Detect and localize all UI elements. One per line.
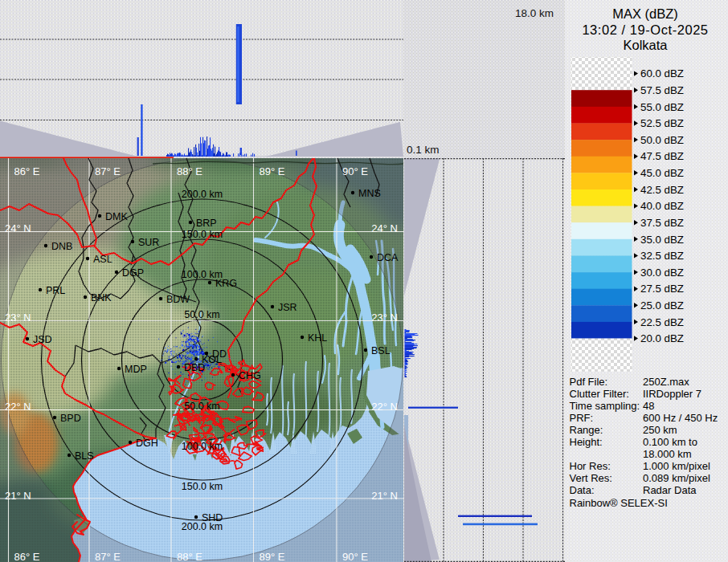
svg-text:50.0 dBZ: 50.0 dBZ	[640, 134, 684, 146]
svg-text:1.000 km/pixel: 1.000 km/pixel	[643, 460, 710, 472]
svg-text:20.0 dBZ: 20.0 dBZ	[640, 332, 684, 344]
svg-text:Data:: Data:	[570, 484, 595, 496]
svg-text:IIRDoppler 7: IIRDoppler 7	[643, 388, 701, 400]
svg-text:30.0 dBZ: 30.0 dBZ	[640, 267, 684, 279]
svg-text:KRG: KRG	[215, 278, 237, 289]
svg-text:23° N: 23° N	[371, 312, 398, 324]
svg-text:Hor Res:: Hor Res:	[570, 460, 611, 472]
svg-text:SUR: SUR	[138, 237, 159, 248]
svg-text:21° N: 21° N	[371, 490, 398, 502]
svg-text:90° E: 90° E	[342, 551, 368, 562]
svg-text:0.1 km: 0.1 km	[407, 144, 440, 156]
svg-text:21° N: 21° N	[5, 490, 31, 502]
svg-text:23° N: 23° N	[5, 312, 31, 324]
svg-text:PRF:: PRF:	[570, 412, 594, 424]
svg-text:22.5 dBZ: 22.5 dBZ	[640, 316, 684, 328]
svg-text:DMK: DMK	[105, 211, 128, 222]
svg-text:13:02 / 19-Oct-2025: 13:02 / 19-Oct-2025	[582, 22, 708, 37]
svg-text:ASL: ASL	[93, 254, 112, 265]
svg-text:27.5 dBZ: 27.5 dBZ	[640, 283, 684, 295]
svg-text:90° E: 90° E	[342, 165, 368, 177]
svg-text:88° E: 88° E	[177, 165, 202, 177]
svg-text:88° E: 88° E	[177, 551, 202, 562]
svg-text:89° E: 89° E	[260, 165, 285, 177]
svg-text:DCA: DCA	[377, 252, 399, 263]
svg-text:57.5 dBZ: 57.5 dBZ	[640, 84, 684, 96]
svg-text:25.0 dBZ: 25.0 dBZ	[640, 299, 684, 312]
svg-text:Time sampling:: Time sampling:	[570, 400, 640, 412]
svg-text:Rainbow® SELEX-SI: Rainbow® SELEX-SI	[570, 497, 668, 509]
svg-text:DNB: DNB	[51, 241, 72, 252]
svg-text:Vert Res:: Vert Res:	[570, 472, 612, 484]
svg-text:CHG: CHG	[239, 370, 261, 381]
svg-text:24° N: 24° N	[371, 222, 398, 234]
svg-text:JSR: JSR	[278, 302, 297, 313]
svg-text:BSL: BSL	[371, 345, 391, 356]
svg-text:BLS: BLS	[75, 450, 94, 462]
svg-text:KHL: KHL	[308, 332, 327, 344]
svg-text:Clutter Filter:: Clutter Filter:	[570, 388, 629, 400]
svg-text:250 km: 250 km	[643, 424, 677, 436]
svg-text:JSD: JSD	[33, 334, 52, 345]
svg-text:DBD: DBD	[184, 362, 205, 373]
svg-text:0.100 km to: 0.100 km to	[643, 436, 697, 448]
svg-text:Range:: Range:	[570, 424, 603, 436]
svg-text:22° N: 22° N	[371, 401, 398, 413]
svg-text:40.0 dBZ: 40.0 dBZ	[640, 200, 684, 212]
svg-text:BNK: BNK	[91, 292, 112, 303]
svg-text:60.0 dBZ: 60.0 dBZ	[640, 67, 684, 79]
svg-text:0.089 km/pixel: 0.089 km/pixel	[643, 472, 710, 484]
svg-text:87° E: 87° E	[95, 165, 121, 177]
svg-text:Pdf File:: Pdf File:	[570, 376, 608, 388]
svg-text:200.0 km: 200.0 km	[182, 189, 223, 200]
svg-text:87° E: 87° E	[95, 551, 121, 562]
svg-text:18.0 km: 18.0 km	[515, 7, 554, 19]
svg-text:50.0 km: 50.0 km	[184, 309, 219, 320]
svg-text:45.0 dBZ: 45.0 dBZ	[640, 167, 684, 179]
svg-text:52.5 dBZ: 52.5 dBZ	[640, 117, 684, 129]
svg-text:Kolkata: Kolkata	[623, 38, 668, 52]
svg-text:42.5 dBZ: 42.5 dBZ	[640, 184, 684, 196]
svg-text:BRP: BRP	[196, 218, 217, 229]
svg-text:BPD: BPD	[60, 413, 81, 424]
svg-text:SHD: SHD	[202, 512, 223, 523]
svg-text:MAX (dBZ): MAX (dBZ)	[612, 6, 678, 21]
svg-text:100.0 km: 100.0 km	[182, 441, 223, 452]
svg-text:DGP: DGP	[122, 267, 144, 279]
svg-text:BDW: BDW	[166, 294, 190, 305]
svg-text:48: 48	[643, 400, 654, 412]
svg-text:18.000 km: 18.000 km	[643, 448, 692, 460]
svg-text:MNS: MNS	[358, 188, 381, 199]
svg-text:86° E: 86° E	[14, 551, 40, 562]
svg-text:250Z.max: 250Z.max	[643, 376, 689, 388]
svg-text:86° E: 86° E	[14, 165, 40, 177]
svg-text:22° N: 22° N	[5, 401, 31, 413]
svg-text:47.5 dBZ: 47.5 dBZ	[640, 150, 684, 162]
svg-text:35.0 dBZ: 35.0 dBZ	[640, 234, 684, 246]
svg-text:37.5 dBZ: 37.5 dBZ	[640, 217, 684, 229]
svg-text:55.0 dBZ: 55.0 dBZ	[640, 101, 684, 113]
svg-text:89° E: 89° E	[260, 551, 285, 562]
svg-text:PRL: PRL	[46, 285, 65, 296]
svg-text:150.0 km: 150.0 km	[182, 481, 223, 492]
svg-text:600 Hz / 450 Hz: 600 Hz / 450 Hz	[643, 412, 718, 424]
svg-text:50.0 km: 50.0 km	[184, 401, 219, 412]
svg-text:24° N: 24° N	[5, 222, 31, 234]
svg-text:150.0 km: 150.0 km	[182, 229, 223, 240]
svg-text:Radar Data: Radar Data	[643, 484, 697, 496]
svg-text:32.5 dBZ: 32.5 dBZ	[640, 250, 684, 262]
svg-text:MDP: MDP	[125, 364, 147, 375]
svg-text:Height:: Height:	[570, 436, 603, 448]
svg-text:DGH: DGH	[136, 438, 158, 449]
